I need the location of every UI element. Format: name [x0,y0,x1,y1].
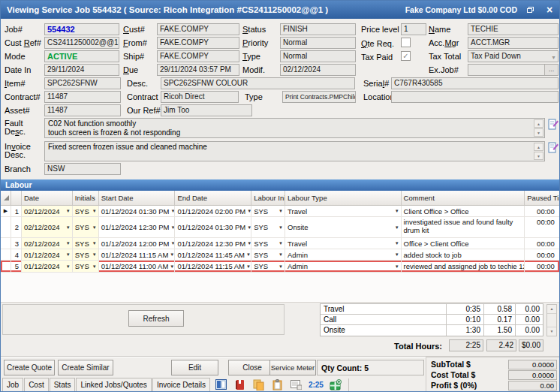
edit-note-icon[interactable] [548,142,559,153]
comment-cell[interactable]: Client Office > Office [402,206,525,216]
labour-type-cell[interactable]: Travel▼ [285,238,402,249]
end-date-cell[interactable]: 01/12/2024 01:30 PM▼ [175,217,251,237]
tab-stats[interactable]: Stats [50,378,76,392]
comment-cell[interactable]: investigated issue and found faulty drum… [402,217,525,237]
date-cell[interactable]: 02/12/2024▼ [22,238,73,249]
branch-field[interactable]: NSW [44,163,121,175]
dropdown-icon[interactable]: ▼ [65,252,71,257]
refresh-button[interactable]: Refresh [128,310,184,327]
end-date-cell[interactable]: 01/12/2024 11:15 AM▼ [175,261,251,272]
dropdown-icon[interactable]: ▼ [245,264,251,269]
gift-icon[interactable] [330,378,342,391]
labour-type-cell[interactable]: Onsite▼ [285,217,402,237]
priority-field[interactable]: Normal [280,37,356,49]
serial-field[interactable]: C767R430585 [391,77,558,89]
labour-row[interactable]: 4 01/12/2024▼ SYS▼ 01/12/2024 11:15 AM▼ … [1,249,559,261]
tab-job[interactable]: Job [2,378,23,392]
initials-cell[interactable]: SYS▼ [73,261,99,272]
dropdown-icon[interactable]: ▼ [91,252,97,257]
dropdown-icon[interactable]: ▼ [393,264,399,269]
dropdown-icon[interactable]: ▼ [65,241,71,246]
tax-paid-checkbox[interactable]: ✓ [401,51,411,61]
item-field[interactable]: SPC262SFNW [44,77,121,89]
paused-time-cell[interactable]: 00:00 [525,217,559,237]
mode-field[interactable]: ACTIVE [44,50,119,62]
cust-ref-field[interactable]: CS2411250002@@1 [44,37,119,49]
edit-button[interactable]: Edit [171,360,218,375]
due-field[interactable]: 29/11/2024 03:57 PM [157,64,239,76]
job-field[interactable]: 554432 [44,23,119,35]
scroll-up-icon[interactable]: ▲ [534,119,543,128]
clipboard-icon[interactable] [271,378,284,391]
labour-row-highlighted[interactable]: 5 01/12/2024▼ SYS▼ 01/12/2024 11:00 AM▼ … [1,261,559,273]
date-cell[interactable]: 01/12/2024▼ [22,249,73,260]
comment-cell[interactable]: reviewed and assigned job to techie 123 [402,261,525,272]
acc-mgr-field[interactable]: ACCT.MGR [468,37,558,49]
paused-time-cell[interactable]: 00:00 [525,238,559,249]
our-ref-field[interactable]: Jim Too [161,104,252,116]
initials-cell[interactable]: SYS▼ [73,249,99,260]
scroll-down-icon[interactable]: ▼ [547,327,556,336]
dropdown-icon[interactable]: ▼ [170,209,176,213]
dropdown-icon[interactable]: ▼ [245,209,251,213]
dropdown-icon[interactable]: ▼ [65,225,71,230]
labour-init-cell[interactable]: SYS▼ [251,238,285,249]
tab-linked-jobs-quotes[interactable]: Linked Jobs/Quotes [76,378,151,392]
paused-time-cell[interactable]: 00:00 [525,206,559,216]
start-date-cell[interactable]: 01/12/2024 12:30 PM▼ [99,217,176,237]
dropdown-icon[interactable]: ▼ [393,225,399,230]
type-field[interactable]: Normal [280,50,356,62]
qte-req-checkbox[interactable] [401,38,411,47]
labour-init-cell[interactable]: SYS▼ [251,217,285,237]
dropdown-icon[interactable]: ▼ [170,241,176,246]
labour-type-cell[interactable]: Admin▼ [285,249,402,260]
row-selector[interactable] [1,238,11,249]
start-date-cell[interactable]: 01/12/2024 12:00 PM▼ [99,238,176,249]
location-field[interactable] [391,91,558,103]
labour-row[interactable]: ▶ 1 02/12/2024▼ SYS▼ 01/12/2024 01:30 PM… [1,206,559,217]
report-icon[interactable] [215,378,227,391]
end-date-cell[interactable]: 01/12/2024 11:45 AM▼ [175,249,251,260]
copy-icon[interactable] [252,378,265,391]
name-field[interactable]: TECHIE [468,23,558,35]
summary-scrollbar[interactable]: ▲ ▼ [546,304,557,336]
dropdown-icon[interactable]: ▼ [277,252,283,257]
browse-button[interactable]: ... [544,65,558,75]
start-date-column-header[interactable]: Start Date [99,191,176,205]
dropdown-icon[interactable]: ▼ [91,225,97,230]
dropdown-icon[interactable]: ▼ [91,264,97,269]
dropdown-icon[interactable]: ▼ [277,209,283,213]
initials-cell[interactable]: SYS▼ [73,206,99,216]
dropdown-icon[interactable]: ▼ [65,264,71,269]
grid-corner-cell[interactable] [1,191,11,205]
dropdown-icon[interactable]: ▼ [277,225,283,230]
labour-type-column-header[interactable]: Labour Type [285,191,402,205]
dropdown-icon[interactable]: ▼ [168,252,174,257]
fault-desc-scrollbar[interactable]: ▲▼ [534,119,543,137]
initials-cell[interactable]: SYS▼ [73,238,99,249]
ex-job-field[interactable]: ... [468,64,558,76]
end-date-cell[interactable]: 01/12/2024 02:00 PM▼ [175,206,251,216]
status-field[interactable]: FINISH [280,23,356,35]
row-selector[interactable]: ▶ [1,206,11,216]
dropdown-icon[interactable]: ▼ [65,209,71,213]
close-icon[interactable]: × [543,4,559,16]
scroll-up-icon[interactable]: ▲ [547,305,556,314]
dropdown-icon[interactable]: ▼ [170,225,176,230]
create-similar-button[interactable]: Create Similar [58,360,113,375]
dropdown-icon[interactable]: ▼ [245,225,251,230]
invoice-desc-scrollbar[interactable]: ▲▼ [534,143,543,161]
edit-note-icon[interactable] [548,119,559,130]
dropdown-icon[interactable]: ▼ [245,241,251,246]
contract-no-field[interactable]: 11487 [44,91,121,103]
invoice-desc-field[interactable]: Fixed screen frozen issue and cleaned ma… [44,141,545,161]
scroll-down-icon[interactable]: ▼ [534,128,543,137]
dropdown-icon[interactable]: ▼ [277,264,283,269]
dropdown-icon[interactable]: ▼ [245,252,251,257]
labour-init-column-header[interactable]: Labour Init [251,191,285,205]
end-date-cell[interactable]: 01/12/2024 12:30 PM▼ [175,238,251,249]
price-level-field[interactable]: 1 [401,23,426,35]
paused-time-cell[interactable]: 00:00 [525,249,559,260]
scroll-down-icon[interactable]: ▼ [534,152,543,160]
labour-type-cell[interactable]: Travel▼ [285,206,402,216]
